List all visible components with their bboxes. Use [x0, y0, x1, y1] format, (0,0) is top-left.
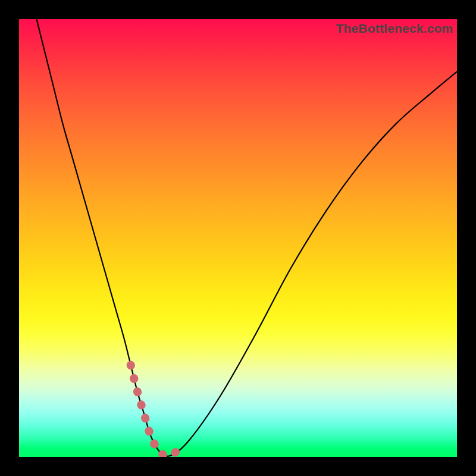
bottleneck-curve	[36, 19, 457, 456]
curve-svg	[19, 19, 457, 457]
plot-area: TheBottleneck.com	[19, 19, 457, 457]
optimal-region-highlight	[131, 365, 179, 455]
chart-frame: TheBottleneck.com	[0, 0, 476, 476]
